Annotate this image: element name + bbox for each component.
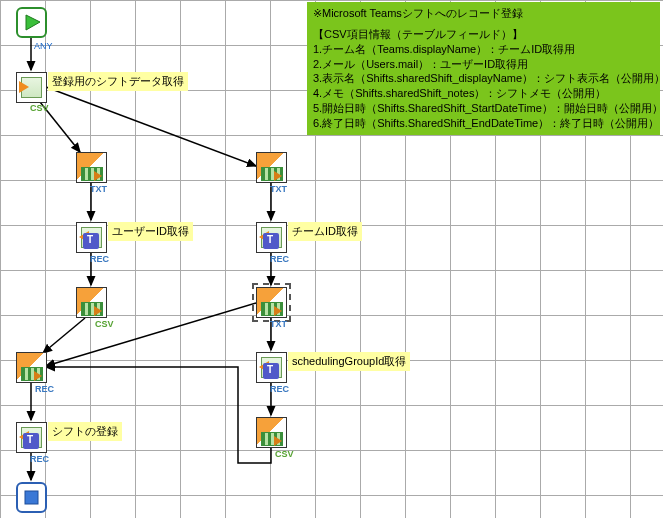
teams-icon [83,233,99,249]
register-shift-label: シフトの登録 [48,422,122,441]
format-label-csv: CSV [95,319,114,329]
format-label-txt: TXT [90,184,107,194]
teams-icon [23,433,39,449]
format-label-txt: TXT [270,184,287,194]
start-node[interactable] [16,7,47,38]
info-line: 1.チーム名（Teams.displayName）：チームID取得用 [313,42,654,57]
format-label-csv: CSV [275,449,294,459]
transform-node[interactable] [256,417,287,448]
teams-icon [263,363,279,379]
merge-node[interactable] [16,352,47,383]
info-line: 2.メール（Users.mail）：ユーザーID取得用 [313,57,654,72]
format-label-rec: REC [30,454,49,464]
output-arrow-icon [19,81,31,93]
get-scheduling-group-label: schedulingGroupId取得 [288,352,410,371]
register-shift-node[interactable] [16,422,47,453]
get-scheduling-group-node[interactable] [256,352,287,383]
info-line: 4.メモ（Shifts.sharedShift_notes）：シフトメモ（公開用… [313,86,654,101]
format-label-csv: CSV [30,103,49,113]
transform-node[interactable] [256,152,287,183]
transform-node[interactable] [76,287,107,318]
info-line: 3.表示名（Shifts.sharedShift_displayName）：シフ… [313,71,654,86]
info-title: ※Microsoft Teamsシフトへのレコード登録 [313,6,654,21]
format-label-rec: REC [90,254,109,264]
format-label-rec: REC [35,384,54,394]
format-label-txt: TXT [270,319,287,329]
flow-canvas[interactable]: ※Microsoft Teamsシフトへのレコード登録 【CSV項目情報（テーブ… [0,0,663,518]
transform-node[interactable] [76,152,107,183]
svg-line-6 [43,318,85,353]
start-port-label: ANY [34,41,53,51]
svg-rect-14 [25,491,38,504]
end-node[interactable] [16,482,47,513]
get-user-id-node[interactable] [76,222,107,253]
play-icon [16,7,47,38]
get-team-id-label: チームID取得 [288,222,362,241]
info-line: 5.開始日時（Shifts.SharedShift_StartDateTime）… [313,101,654,116]
format-label-rec: REC [270,384,289,394]
transform-node-selected[interactable] [256,287,287,318]
get-user-id-label: ユーザーID取得 [108,222,193,241]
info-subtitle: 【CSV項目情報（テーブルフィールド）】 [313,27,654,42]
get-team-id-node[interactable] [256,222,287,253]
read-shift-data-node[interactable] [16,72,47,103]
info-line: 6.終了日時（Shifts.SharedShift_EndDateTime）：終… [313,116,654,131]
stop-icon [16,482,47,513]
read-shift-data-label: 登録用のシフトデータ取得 [48,72,188,91]
teams-icon [263,233,279,249]
format-label-rec: REC [270,254,289,264]
info-note: ※Microsoft Teamsシフトへのレコード登録 【CSV項目情報（テーブ… [307,2,660,135]
